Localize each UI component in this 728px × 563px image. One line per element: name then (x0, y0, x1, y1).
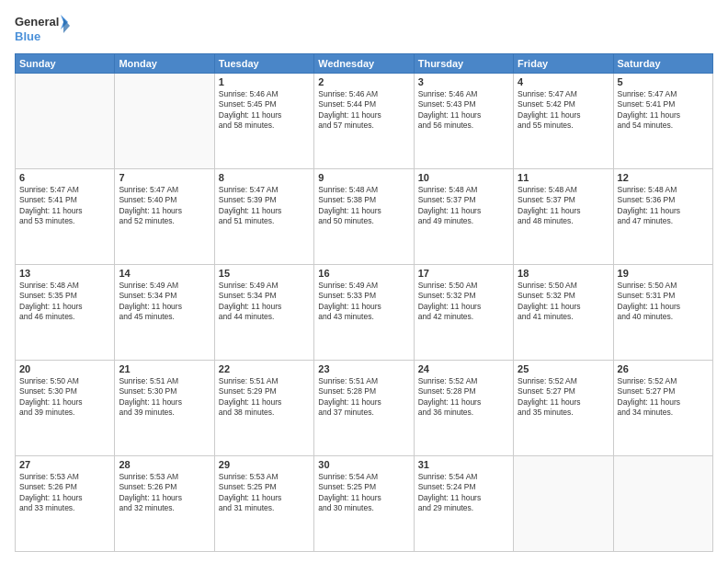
calendar-cell: 13Sunrise: 5:48 AM Sunset: 5:35 PM Dayli… (16, 265, 115, 361)
day-info: Sunrise: 5:46 AM Sunset: 5:44 PM Dayligh… (318, 89, 409, 132)
calendar-header-friday: Friday (514, 54, 613, 74)
day-info: Sunrise: 5:47 AM Sunset: 5:41 PM Dayligh… (19, 185, 110, 227)
day-info: Sunrise: 5:53 AM Sunset: 5:26 PM Dayligh… (19, 472, 110, 514)
day-info: Sunrise: 5:53 AM Sunset: 5:25 PM Dayligh… (219, 472, 310, 514)
day-info: Sunrise: 5:52 AM Sunset: 5:27 PM Dayligh… (518, 376, 609, 419)
day-info: Sunrise: 5:48 AM Sunset: 5:35 PM Dayligh… (19, 281, 110, 323)
day-number: 16 (318, 268, 409, 279)
calendar-cell: 19Sunrise: 5:50 AM Sunset: 5:31 PM Dayli… (613, 265, 712, 361)
calendar-cell: 4Sunrise: 5:47 AM Sunset: 5:42 PM Daylig… (514, 74, 613, 169)
day-number: 10 (418, 172, 509, 183)
day-number: 24 (418, 363, 509, 374)
header: General Blue (15, 11, 713, 46)
day-info: Sunrise: 5:50 AM Sunset: 5:31 PM Dayligh… (618, 281, 709, 323)
calendar-cell: 14Sunrise: 5:49 AM Sunset: 5:34 PM Dayli… (115, 265, 214, 361)
calendar-cell: 3Sunrise: 5:46 AM Sunset: 5:43 PM Daylig… (414, 74, 513, 169)
logo-svg: General Blue (15, 11, 70, 46)
day-info: Sunrise: 5:52 AM Sunset: 5:27 PM Dayligh… (618, 376, 709, 419)
day-number: 25 (518, 363, 609, 374)
day-number: 15 (219, 268, 310, 279)
calendar-cell: 5Sunrise: 5:47 AM Sunset: 5:41 PM Daylig… (613, 74, 712, 169)
calendar-cell: 22Sunrise: 5:51 AM Sunset: 5:29 PM Dayli… (214, 361, 313, 456)
day-number: 21 (119, 363, 210, 374)
calendar-cell: 28Sunrise: 5:53 AM Sunset: 5:26 PM Dayli… (115, 456, 214, 552)
day-number: 8 (219, 172, 310, 183)
calendar-week-2: 6Sunrise: 5:47 AM Sunset: 5:41 PM Daylig… (16, 169, 713, 265)
day-number: 14 (119, 268, 210, 279)
calendar-week-5: 27Sunrise: 5:53 AM Sunset: 5:26 PM Dayli… (16, 456, 713, 552)
calendar-cell: 31Sunrise: 5:54 AM Sunset: 5:24 PM Dayli… (414, 456, 513, 552)
day-info: Sunrise: 5:49 AM Sunset: 5:34 PM Dayligh… (219, 281, 310, 323)
day-info: Sunrise: 5:51 AM Sunset: 5:30 PM Dayligh… (119, 376, 210, 419)
logo: General Blue (15, 11, 70, 46)
calendar-cell: 25Sunrise: 5:52 AM Sunset: 5:27 PM Dayli… (514, 361, 613, 456)
day-info: Sunrise: 5:50 AM Sunset: 5:32 PM Dayligh… (518, 281, 609, 323)
day-number: 17 (418, 268, 509, 279)
day-number: 29 (219, 459, 310, 470)
calendar-cell: 9Sunrise: 5:48 AM Sunset: 5:38 PM Daylig… (314, 169, 414, 265)
calendar-week-4: 20Sunrise: 5:50 AM Sunset: 5:30 PM Dayli… (16, 361, 713, 456)
day-info: Sunrise: 5:54 AM Sunset: 5:24 PM Dayligh… (418, 472, 509, 514)
day-number: 4 (518, 76, 609, 87)
calendar-header-thursday: Thursday (414, 54, 513, 74)
page: General Blue SundayMondayTuesdayWednesda… (0, 0, 728, 563)
calendar-cell: 18Sunrise: 5:50 AM Sunset: 5:32 PM Dayli… (514, 265, 613, 361)
calendar-cell: 30Sunrise: 5:54 AM Sunset: 5:25 PM Dayli… (314, 456, 414, 552)
day-info: Sunrise: 5:54 AM Sunset: 5:25 PM Dayligh… (318, 472, 409, 514)
day-number: 20 (19, 363, 110, 374)
calendar-cell: 23Sunrise: 5:51 AM Sunset: 5:28 PM Dayli… (314, 361, 414, 456)
calendar-cell: 29Sunrise: 5:53 AM Sunset: 5:25 PM Dayli… (214, 456, 313, 552)
day-info: Sunrise: 5:47 AM Sunset: 5:41 PM Dayligh… (618, 89, 709, 132)
calendar-cell: 16Sunrise: 5:49 AM Sunset: 5:33 PM Dayli… (314, 265, 414, 361)
calendar-cell: 7Sunrise: 5:47 AM Sunset: 5:40 PM Daylig… (115, 169, 214, 265)
day-info: Sunrise: 5:48 AM Sunset: 5:37 PM Dayligh… (518, 185, 609, 227)
svg-text:Blue: Blue (15, 29, 40, 43)
day-info: Sunrise: 5:50 AM Sunset: 5:32 PM Dayligh… (418, 281, 509, 323)
day-info: Sunrise: 5:53 AM Sunset: 5:26 PM Dayligh… (119, 472, 210, 514)
calendar-cell: 26Sunrise: 5:52 AM Sunset: 5:27 PM Dayli… (613, 361, 712, 456)
day-info: Sunrise: 5:49 AM Sunset: 5:34 PM Dayligh… (119, 281, 210, 323)
calendar-cell: 20Sunrise: 5:50 AM Sunset: 5:30 PM Dayli… (16, 361, 115, 456)
day-number: 12 (618, 172, 709, 183)
calendar-header-sunday: Sunday (16, 54, 115, 74)
day-info: Sunrise: 5:47 AM Sunset: 5:40 PM Dayligh… (119, 185, 210, 227)
calendar-cell: 21Sunrise: 5:51 AM Sunset: 5:30 PM Dayli… (115, 361, 214, 456)
day-number: 19 (618, 268, 709, 279)
day-info: Sunrise: 5:49 AM Sunset: 5:33 PM Dayligh… (318, 281, 409, 323)
calendar-header-wednesday: Wednesday (314, 54, 414, 74)
calendar-header-row: SundayMondayTuesdayWednesdayThursdayFrid… (16, 54, 713, 74)
day-info: Sunrise: 5:48 AM Sunset: 5:36 PM Dayligh… (618, 185, 709, 227)
calendar-cell (613, 456, 712, 552)
calendar-cell: 27Sunrise: 5:53 AM Sunset: 5:26 PM Dayli… (16, 456, 115, 552)
calendar-cell (115, 74, 214, 169)
day-number: 11 (518, 172, 609, 183)
calendar-cell: 2Sunrise: 5:46 AM Sunset: 5:44 PM Daylig… (314, 74, 414, 169)
day-info: Sunrise: 5:51 AM Sunset: 5:28 PM Dayligh… (318, 376, 409, 419)
day-number: 31 (418, 459, 509, 470)
calendar-week-1: 1Sunrise: 5:46 AM Sunset: 5:45 PM Daylig… (16, 74, 713, 169)
day-info: Sunrise: 5:48 AM Sunset: 5:38 PM Dayligh… (318, 185, 409, 227)
calendar-cell: 24Sunrise: 5:52 AM Sunset: 5:28 PM Dayli… (414, 361, 513, 456)
day-number: 18 (518, 268, 609, 279)
calendar-cell (16, 74, 115, 169)
day-number: 30 (318, 459, 409, 470)
day-number: 9 (318, 172, 409, 183)
calendar-header-monday: Monday (115, 54, 214, 74)
calendar-cell: 10Sunrise: 5:48 AM Sunset: 5:37 PM Dayli… (414, 169, 513, 265)
calendar-cell (514, 456, 613, 552)
day-number: 3 (418, 76, 509, 87)
day-info: Sunrise: 5:47 AM Sunset: 5:42 PM Dayligh… (518, 89, 609, 132)
calendar-week-3: 13Sunrise: 5:48 AM Sunset: 5:35 PM Dayli… (16, 265, 713, 361)
day-number: 1 (219, 76, 310, 87)
calendar-cell: 8Sunrise: 5:47 AM Sunset: 5:39 PM Daylig… (214, 169, 313, 265)
day-number: 26 (618, 363, 709, 374)
day-number: 2 (318, 76, 409, 87)
calendar-cell: 15Sunrise: 5:49 AM Sunset: 5:34 PM Dayli… (214, 265, 313, 361)
day-number: 13 (19, 268, 110, 279)
day-info: Sunrise: 5:48 AM Sunset: 5:37 PM Dayligh… (418, 185, 509, 227)
calendar-cell: 11Sunrise: 5:48 AM Sunset: 5:37 PM Dayli… (514, 169, 613, 265)
day-info: Sunrise: 5:47 AM Sunset: 5:39 PM Dayligh… (219, 185, 310, 227)
calendar-header-saturday: Saturday (613, 54, 712, 74)
day-number: 28 (119, 459, 210, 470)
day-number: 23 (318, 363, 409, 374)
